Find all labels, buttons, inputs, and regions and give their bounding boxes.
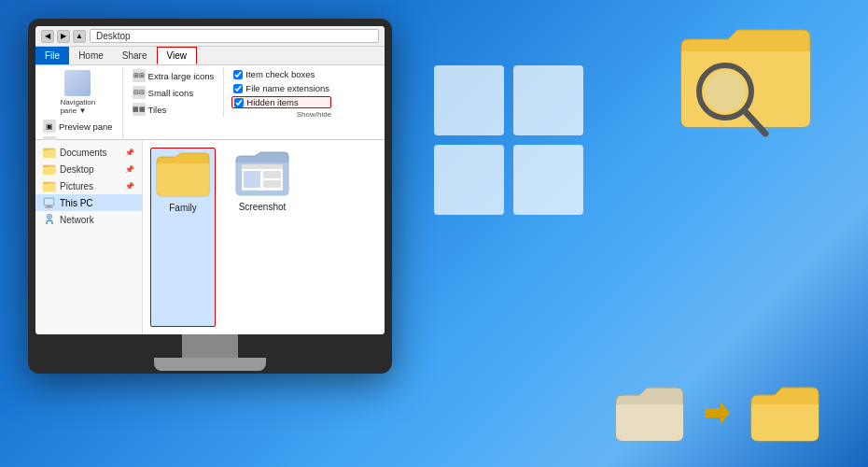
svg-rect-2 <box>434 145 504 215</box>
tab-view[interactable]: View <box>157 47 198 64</box>
preview-pane-icon: ▣ <box>43 120 56 133</box>
folder-family-label: Family <box>169 203 196 213</box>
sidebar-item-desktop[interactable]: Desktop 📌 <box>35 161 142 177</box>
folder-family[interactable]: Family <box>150 148 216 327</box>
item-check-boxes-option[interactable]: Item check boxes <box>231 68 331 80</box>
sidebar-item-documents[interactable]: Documents 📌 <box>35 144 142 161</box>
network-icon <box>43 214 56 225</box>
tab-share[interactable]: Share <box>113 47 157 64</box>
monitor-stand-base <box>154 358 266 371</box>
sidebar-item-this-pc[interactable]: This PC <box>35 194 142 211</box>
file-name-extensions-option[interactable]: File name extensions <box>231 82 331 94</box>
documents-pin: 📌 <box>125 149 134 157</box>
svg-point-28 <box>51 222 53 224</box>
pictures-pin: 📌 <box>125 182 134 191</box>
title-bar-controls: ◀ ▶ ▲ <box>41 30 86 43</box>
svg-rect-15 <box>43 184 55 192</box>
extra-large-icons-button[interactable]: ⊞⊞ Extra large icons <box>131 68 217 83</box>
item-check-boxes-checkbox[interactable] <box>233 70 243 79</box>
ribbon-tabs: File Home Share View <box>35 47 385 65</box>
content-area: Family <box>143 140 385 334</box>
windows-logo-bg <box>425 56 593 224</box>
svg-rect-1 <box>513 65 583 135</box>
desktop-icon <box>43 163 56 175</box>
svg-rect-33 <box>263 180 281 188</box>
svg-rect-18 <box>45 199 53 205</box>
hidden-items-option[interactable]: Hidden items <box>231 96 331 108</box>
svg-rect-32 <box>263 171 281 178</box>
this-pc-icon <box>43 197 56 208</box>
tab-home[interactable]: Home <box>69 47 113 64</box>
decorative-folder-arrow-scene <box>611 378 821 448</box>
svg-rect-3 <box>513 145 583 215</box>
documents-icon <box>43 147 56 158</box>
monitor-screen: ◀ ▶ ▲ Desktop File Home Share <box>35 26 385 334</box>
hidden-items-checkbox[interactable] <box>234 98 244 107</box>
decorative-folder-search <box>667 9 821 149</box>
folder-family-icon <box>155 152 211 199</box>
title-bar: ◀ ▶ ▲ Desktop <box>35 26 385 47</box>
sidebar-item-pictures[interactable]: Pictures 📌 <box>35 177 142 194</box>
desktop-pin: 📌 <box>125 165 134 174</box>
svg-rect-30 <box>242 164 283 169</box>
monitor: ◀ ▶ ▲ Desktop File Home Share <box>28 19 392 374</box>
ribbon-content: Navigationpane ▼ ▣ Preview pane ☰ Detail… <box>35 65 385 140</box>
ribbon-section-layout: ⊞⊞ Extra large icons ⊟⊟ Small icons ▦▦ T… <box>131 68 225 117</box>
preview-pane-button[interactable]: ▣ Preview pane <box>41 119 115 134</box>
tiles-icon: ▦▦ <box>133 103 146 116</box>
svg-rect-31 <box>244 171 260 188</box>
sidebar-item-network[interactable]: Network <box>35 211 142 228</box>
small-icons-button[interactable]: ⊟⊟ Small icons <box>131 85 217 100</box>
svg-rect-19 <box>47 205 51 207</box>
small-icons-icon: ⊟⊟ <box>133 86 146 99</box>
show-hide-section-label: Show/hide <box>231 110 331 119</box>
file-explorer: ◀ ▶ ▲ Desktop File Home Share <box>35 26 385 334</box>
svg-rect-0 <box>434 65 504 135</box>
svg-point-27 <box>46 222 48 224</box>
file-name-extensions-checkbox[interactable] <box>233 84 243 93</box>
folder-screenshot-label: Screenshot <box>239 202 287 212</box>
svg-rect-9 <box>43 150 55 159</box>
nav-pane-button[interactable]: Navigationpane ▼ <box>41 68 115 117</box>
sidebar: Documents 📌 Desktop 📌 <box>35 140 143 334</box>
back-button[interactable]: ◀ <box>41 30 54 43</box>
svg-marker-7 <box>705 402 730 424</box>
up-button[interactable]: ▲ <box>73 30 86 43</box>
nav-pane-icon <box>64 70 91 96</box>
monitor-frame: ◀ ▶ ▲ Desktop File Home Share <box>28 19 392 374</box>
ribbon-section-show-hide: Item check boxes File name extensions Hi… <box>231 68 339 119</box>
folder-screenshot-icon <box>234 151 290 198</box>
svg-rect-10 <box>43 149 49 150</box>
monitor-stand-neck <box>182 334 238 358</box>
extra-large-icons-icon: ⊞⊞ <box>133 69 146 82</box>
tiles-button[interactable]: ▦▦ Tiles <box>131 102 217 117</box>
explorer-main: Documents 📌 Desktop 📌 <box>35 140 385 334</box>
forward-button[interactable]: ▶ <box>57 30 70 43</box>
svg-point-5 <box>705 71 746 112</box>
svg-rect-13 <box>43 165 49 167</box>
tab-file[interactable]: File <box>35 47 69 64</box>
address-bar[interactable]: Desktop <box>90 29 379 43</box>
svg-rect-12 <box>43 167 55 176</box>
svg-rect-16 <box>43 182 49 184</box>
svg-point-22 <box>49 216 50 218</box>
folder-screenshot[interactable]: Screenshot <box>231 148 294 327</box>
nav-pane-label: Navigationpane ▼ <box>60 98 95 115</box>
pictures-icon <box>43 180 56 191</box>
svg-rect-20 <box>45 207 53 208</box>
